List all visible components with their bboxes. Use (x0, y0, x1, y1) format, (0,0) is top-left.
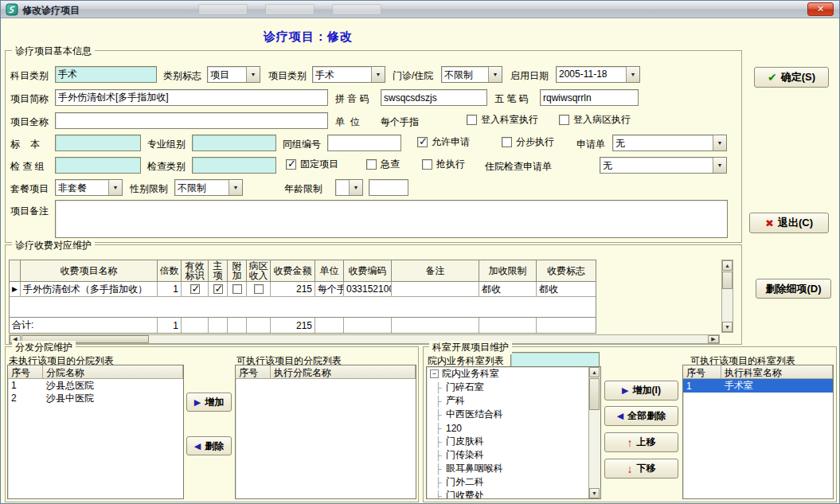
dept-tree: −院内业务科室 ├门碎石室 ├产科 ├中西医结合科 ├120 ├门皮肤科 ├门传… (426, 366, 601, 499)
column-header[interactable]: 序号 (683, 365, 721, 379)
cross-icon: ✖ (765, 217, 774, 229)
chevron-down-icon[interactable]: ▼ (713, 135, 726, 150)
inpatient-apply-form-select[interactable]: 无▼ (600, 157, 727, 174)
short-name-input[interactable] (55, 89, 328, 106)
tree-node[interactable]: ├门皮肤科 (427, 435, 600, 448)
gender-limit-select[interactable]: 不限制▼ (174, 179, 243, 196)
tree-node[interactable]: ├门碎石室 (427, 381, 600, 394)
marker-column-header (10, 260, 21, 282)
tree-node[interactable]: ├中西医结合科 (427, 408, 600, 421)
main-item-checkbox[interactable] (209, 282, 228, 297)
tree-vscrollbar[interactable]: ▲ ▼ (588, 367, 600, 498)
dept-name: 手术室 (721, 379, 833, 393)
tree-node[interactable]: ├眼耳鼻咽喉科 (427, 462, 600, 475)
type-flag-select[interactable]: 项目▼ (207, 66, 260, 83)
add-branch-button[interactable]: ▶增加 (186, 393, 232, 412)
item-type-select[interactable]: 手术▼ (312, 66, 385, 83)
chevron-down-icon[interactable]: ▼ (713, 158, 726, 173)
dept-search-input[interactable] (510, 352, 600, 367)
chevron-down-icon[interactable]: ▼ (626, 67, 639, 82)
tree-node[interactable]: ├产科 (427, 394, 600, 408)
scroll-thumb[interactable] (722, 272, 733, 289)
delete-detail-button[interactable]: 删除细项(D) (756, 279, 831, 299)
close-button[interactable]: ✕ (807, 2, 834, 16)
clinic-type-select[interactable]: 不限制▼ (441, 66, 502, 83)
allow-apply-checkbox[interactable]: 允许申请 (417, 136, 470, 147)
chevron-down-icon[interactable]: ▼ (349, 180, 362, 195)
group-no-input[interactable] (327, 135, 401, 151)
check-type-input[interactable] (192, 157, 276, 174)
column-header: 附 加 (228, 260, 247, 282)
start-date-select[interactable]: 2005-11-18▼ (556, 66, 640, 83)
scroll-thumb[interactable] (589, 378, 600, 410)
list-item-selected[interactable]: 1 手术室 (683, 379, 833, 393)
urgent-checkbox[interactable]: 急查 (366, 158, 400, 170)
tree-node[interactable]: ├门传染科 (427, 448, 600, 462)
scroll-right-icon[interactable]: ▶ (708, 335, 719, 343)
list-item[interactable]: 2 沙县中医院 (8, 392, 183, 404)
tree-branch-icon: ├ (435, 450, 446, 461)
ok-button[interactable]: ✔确定(S) (754, 67, 829, 88)
column-header[interactable]: 分院名称 (43, 365, 183, 379)
move-down-button[interactable]: ↓下移 (604, 459, 678, 479)
column-header: 收费金额 (271, 260, 315, 282)
exit-button[interactable]: ✖退出(C) (749, 213, 829, 233)
list-item[interactable]: 1 沙县总医院 (8, 379, 183, 392)
scroll-down-icon[interactable]: ▼ (589, 488, 600, 498)
chevron-down-icon[interactable]: ▼ (246, 67, 260, 82)
ward-exec-checkbox[interactable]: 登入病区执行 (559, 114, 631, 125)
ward-income-checkbox[interactable] (247, 282, 271, 297)
move-up-button[interactable]: ↑上移 (604, 432, 678, 452)
column-header[interactable]: 执行分院名称 (271, 365, 416, 379)
fee-data-row[interactable]: ▶ 手外伤清创术（多手指加收） 1 215 每个手 033152100 都收 都… (10, 282, 596, 297)
row-index: 2 (8, 393, 43, 404)
dept-exec-checkbox[interactable]: 登入科室执行 (467, 114, 538, 125)
age-limit-input[interactable] (369, 179, 408, 196)
remark-textarea[interactable] (55, 200, 728, 238)
full-name-label: 项目全称 (10, 115, 49, 129)
scroll-up-icon[interactable]: ▲ (589, 367, 600, 377)
prof-group-input[interactable] (192, 135, 276, 151)
tree-node[interactable]: ├门外二科 (427, 475, 600, 489)
empty-cell (228, 318, 247, 333)
checkbox-label: 分步执行 (516, 135, 554, 149)
step-exec-checkbox[interactable]: 分步执行 (502, 136, 554, 147)
dept-name: 门皮肤科 (446, 435, 484, 448)
checkbox-box (559, 115, 569, 125)
scroll-up-icon[interactable]: ▲ (722, 260, 733, 271)
apply-form-select[interactable]: 无▼ (612, 135, 727, 151)
subject-category-input[interactable] (55, 66, 157, 83)
full-name-input[interactable] (55, 112, 328, 129)
chevron-down-icon[interactable]: ▼ (229, 180, 242, 195)
pinyin-code-input[interactable] (381, 89, 487, 106)
item-type-label: 项目类别 (268, 69, 307, 83)
remove-all-dept-button[interactable]: ◀全部删除 (604, 406, 678, 426)
item-type-value: 手术 (313, 67, 371, 82)
remove-branch-button[interactable]: ◀删除 (186, 436, 232, 455)
tree-node[interactable]: ├门收费处 (427, 489, 600, 499)
grab-exec-checkbox[interactable]: 抢执行 (422, 158, 465, 170)
tree-node[interactable]: ├120 (427, 421, 600, 435)
add-dept-button[interactable]: ▶增加(I) (604, 381, 678, 400)
wubi-code-input[interactable] (540, 89, 639, 106)
chevron-down-icon[interactable]: ▼ (371, 67, 385, 82)
age-limit-select[interactable]: ▼ (335, 179, 363, 196)
chevron-down-icon[interactable]: ▼ (108, 180, 122, 195)
column-header[interactable]: 序号 (8, 365, 43, 379)
title-bar[interactable]: 修改诊疗项目 ✕ (1, 1, 839, 18)
package-select[interactable]: 非套餐▼ (55, 179, 123, 196)
fee-hscrollbar[interactable]: ◀ ▶ (9, 334, 720, 344)
fixed-item-checkbox[interactable]: 固定项目 (286, 158, 338, 170)
column-header[interactable]: 序号 (236, 365, 271, 379)
collapse-icon[interactable]: − (430, 369, 439, 378)
specimen-input[interactable] (55, 135, 141, 151)
tree-node-root[interactable]: −院内业务科室 (427, 367, 600, 381)
check-group-input[interactable] (55, 157, 141, 174)
valid-flag-checkbox[interactable] (182, 282, 209, 297)
arrow-right-icon: ▶ (622, 385, 628, 396)
chevron-down-icon[interactable]: ▼ (488, 67, 502, 82)
fee-vscrollbar[interactable]: ▲ ▼ (721, 260, 733, 333)
extra-checkbox[interactable] (228, 282, 247, 297)
scroll-down-icon[interactable]: ▼ (722, 322, 733, 332)
column-header[interactable]: 执行科室名称 (721, 365, 833, 379)
